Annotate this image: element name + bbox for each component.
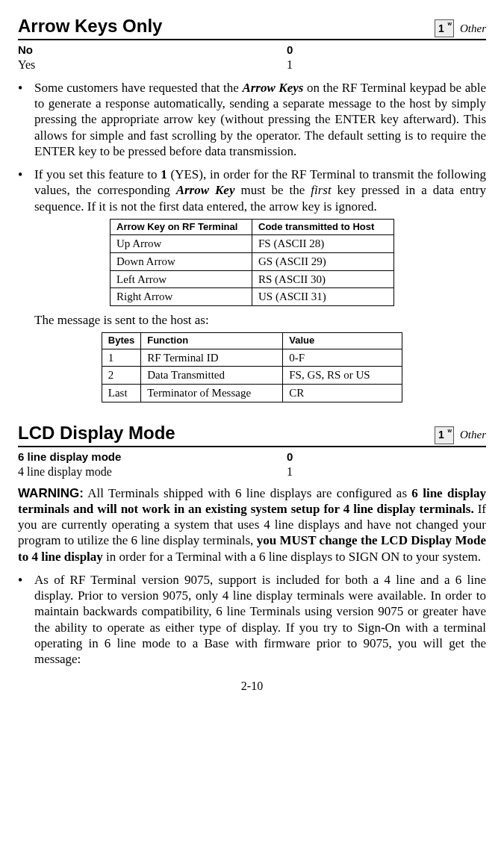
option-row: No 0 <box>18 43 486 57</box>
bullet-text: If you set this feature to 1 (YES), in o… <box>34 167 486 214</box>
warning-label: WARNING: <box>18 486 84 500</box>
arrow-code-table: Arrow Key on RF Terminal Code transmitte… <box>110 219 394 306</box>
bullet-icon: • <box>18 572 34 668</box>
option-value: 0 <box>287 450 293 464</box>
table-header: Code transmitted to Host <box>252 219 394 234</box>
option-row: 6 line display mode 0 <box>18 450 486 464</box>
section-tagbox: 1 Other <box>435 19 486 37</box>
key-1-icon: 1 <box>435 19 454 37</box>
table-row: Left ArrowRS (ASCII 30) <box>111 270 394 288</box>
table-row: 2Data TransmittedFS, GS, RS or US <box>102 367 402 385</box>
option-value: 1 <box>287 57 293 72</box>
section-title: Arrow Keys Only <box>18 15 162 37</box>
warning-paragraph: WARNING: All Terminals shipped with 6 li… <box>18 485 486 565</box>
table-row: Up ArrowFS (ASCII 28) <box>111 235 394 253</box>
section-header-lcd: LCD Display Mode 1 Other <box>18 422 486 447</box>
bullet-icon: • <box>18 80 34 159</box>
table-row: LastTerminator of MessageCR <box>102 385 402 402</box>
table-row: Down ArrowGS (ASCII 29) <box>111 252 394 270</box>
section-category: Other <box>460 22 486 36</box>
page-number: 2-10 <box>18 679 486 694</box>
option-row: 4 line display mode 1 <box>18 464 486 479</box>
option-label: 4 line display mode <box>18 464 287 479</box>
option-list-arrow: No 0 Yes 1 <box>18 43 486 72</box>
table-header: Arrow Key on RF Terminal <box>111 219 252 234</box>
table-header: Value <box>283 333 402 349</box>
option-value: 0 <box>287 43 293 57</box>
option-list-lcd: 6 line display mode 0 4 line display mod… <box>18 450 486 479</box>
table-header: Bytes <box>102 333 140 349</box>
bullet-item: • As of RF Terminal version 9075, suppor… <box>18 572 486 668</box>
bullet-text: Some customers have requested that the A… <box>34 80 486 159</box>
key-1-icon: 1 <box>435 426 454 444</box>
table-header-row: Bytes Function Value <box>102 333 402 349</box>
table-header: Function <box>141 333 283 349</box>
message-format-table: Bytes Function Value 1RF Terminal ID0-F … <box>102 332 402 402</box>
table-header-row: Arrow Key on RF Terminal Code transmitte… <box>111 219 394 234</box>
bullet-item: • Some customers have requested that the… <box>18 80 486 159</box>
bullet-text: As of RF Terminal version 9075, support … <box>34 572 486 668</box>
option-label: Yes <box>18 57 287 72</box>
section-category: Other <box>460 428 486 442</box>
section-header-arrow-keys: Arrow Keys Only 1 Other <box>18 15 486 40</box>
option-value: 1 <box>287 464 293 479</box>
bullet-item: • If you set this feature to 1 (YES), in… <box>18 167 486 214</box>
bullet-icon: • <box>18 167 34 214</box>
section-title: LCD Display Mode <box>18 422 175 444</box>
message-intro: The message is sent to the host as: <box>34 312 486 328</box>
option-label: 6 line display mode <box>18 450 287 464</box>
option-label: No <box>18 43 287 57</box>
section-tagbox: 1 Other <box>435 426 486 444</box>
table-row: Right ArrowUS (ASCII 31) <box>111 288 394 306</box>
table-row: 1RF Terminal ID0-F <box>102 349 402 367</box>
option-row: Yes 1 <box>18 57 486 72</box>
